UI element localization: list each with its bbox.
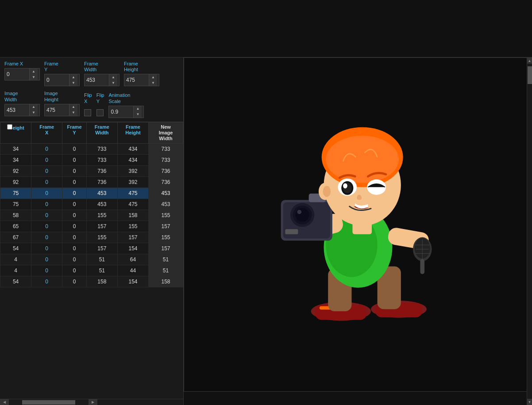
frame-width-down[interactable]: ▼ [109,80,117,86]
cell-nw: 155 [149,210,183,221]
frame-width-spinners: ▲ ▼ [109,74,117,86]
frame-height-input[interactable] [124,76,149,84]
table-row[interactable]: 3400733434733 [0,144,183,155]
character-svg [258,123,458,326]
table-row[interactable]: 6700155157155 [0,232,183,243]
frame-x-spinners: ▲ ▼ [29,69,38,80]
anim-scale-label: AnimationScale [108,92,144,104]
frame-x-input-wrapper[interactable]: ▲ ▼ [4,68,40,80]
table-row[interactable]: 5400157154157 [0,243,183,254]
cell-fh: 64 [117,254,148,265]
cell-fh: 475 [117,188,148,199]
flip-x-checkbox[interactable] [84,109,91,116]
cell-weight: 92 [0,177,31,188]
frame-height-input-wrapper[interactable]: ▲ ▼ [124,74,159,86]
frame-y-input-wrapper[interactable]: ▲ ▼ [44,74,80,86]
cell-fh: 154 [117,276,148,287]
cell-fw: 736 [86,166,117,177]
cell-fw: 453 [86,199,117,210]
frame-y-down[interactable]: ▼ [69,80,77,86]
table-row[interactable]: 7500453475453 [0,199,183,210]
cell-fx: 0 [31,144,62,155]
cell-fh: 475 [117,199,148,210]
image-width-up[interactable]: ▲ [30,104,38,110]
frame-width-label: FrameWidth [84,61,120,73]
frame-y-group: FrameY ▲ ▼ [44,61,80,86]
cell-fx: 0 [31,221,62,232]
frame-table: eight FrameX FrameY FrameWidth FrameHeig… [0,122,183,288]
flip-y-checkbox[interactable] [96,109,104,116]
cell-weight: 4 [0,254,31,265]
right-scrollbar[interactable]: ▲ ▼ [527,57,532,405]
table-body: 3400733434733340073343473392007363927369… [0,144,183,287]
cell-nw: 158 [149,276,183,287]
scroll-right-btn[interactable]: ▶ [89,399,97,405]
frame-width-input[interactable] [85,76,109,84]
select-all-checkbox[interactable] [7,124,12,130]
anim-scale-down[interactable]: ▼ [134,112,142,118]
cell-weight: 54 [0,243,31,254]
frame-width-input-wrapper[interactable]: ▲ ▼ [84,74,120,86]
cell-weight: 75 [0,188,31,199]
frame-y-up[interactable]: ▲ [69,74,77,80]
anim-scale-up[interactable]: ▲ [134,106,142,112]
cell-fw: 453 [86,188,117,199]
cell-fy: 0 [62,276,87,287]
cell-fy: 0 [62,166,87,177]
image-height-up[interactable]: ▲ [69,104,77,110]
cell-fw: 157 [86,221,117,232]
frame-height-down[interactable]: ▼ [149,80,157,86]
table-row[interactable]: 7500453475453 [0,188,183,199]
cell-fy: 0 [62,232,87,243]
th-frame-y: FrameY [62,122,87,144]
frame-table-container[interactable]: eight FrameX FrameY FrameWidth FrameHeig… [0,122,183,399]
table-row[interactable]: 5400158154158 [0,276,183,287]
table-row[interactable]: 9200736392736 [0,177,183,188]
table-row[interactable]: 9200736392736 [0,166,183,177]
cell-fh: 157 [117,232,148,243]
h-scroll-thumb[interactable] [22,400,75,405]
bottom-scrollbar[interactable]: ◀ ▶ [0,399,183,405]
cell-fx: 0 [31,243,62,254]
cell-fw: 155 [86,210,117,221]
frame-x-up[interactable]: ▲ [30,69,38,74]
cell-weight: 34 [0,155,31,166]
svg-point-37 [323,186,330,197]
cell-fw: 736 [86,177,117,188]
cell-fw: 51 [86,265,117,276]
image-height-input[interactable] [45,106,69,114]
image-width-spinners: ▲ ▼ [29,104,38,116]
table-row[interactable]: 400514451 [0,265,183,276]
image-height-input-wrapper[interactable]: ▲ ▼ [44,104,80,116]
scroll-up-arrow[interactable]: ▲ [527,57,532,64]
anim-scale-input[interactable] [109,108,133,116]
cell-nw: 157 [149,221,183,232]
cell-weight: 67 [0,232,31,243]
table-row[interactable]: 3400733434733 [0,155,183,166]
flip-y-wrapper [96,109,104,116]
scroll-left-btn[interactable]: ◀ [0,399,9,405]
cell-fw: 51 [86,254,117,265]
image-width-input-wrapper[interactable]: ▲ ▼ [4,104,40,116]
svg-rect-38 [352,219,372,234]
image-width-input[interactable] [5,106,29,114]
frame-y-input[interactable] [45,76,69,84]
frame-height-up[interactable]: ▲ [149,74,157,80]
table-row[interactable]: 5800155158155 [0,210,183,221]
v-scroll-thumb[interactable] [528,66,532,84]
table-row[interactable]: 6500157155157 [0,221,183,232]
frame-x-input[interactable] [5,70,29,78]
anim-scale-input-wrapper[interactable]: ▲ ▼ [108,106,144,118]
image-width-down[interactable]: ▼ [30,110,38,116]
flip-y-group: FlipY [96,92,104,118]
cell-fx: 0 [31,155,62,166]
frame-width-up[interactable]: ▲ [109,74,117,80]
cell-fy: 0 [62,155,87,166]
image-height-down[interactable]: ▼ [69,110,77,116]
scroll-down-arrow[interactable]: ▼ [527,399,532,405]
frame-y-label: FrameY [44,61,80,73]
frame-y-spinners: ▲ ▼ [69,74,77,86]
controls-row: Frame X ▲ ▼ FrameY ▲ ▼ [0,57,183,122]
frame-x-down[interactable]: ▼ [30,74,38,80]
table-row[interactable]: 400516451 [0,254,183,265]
